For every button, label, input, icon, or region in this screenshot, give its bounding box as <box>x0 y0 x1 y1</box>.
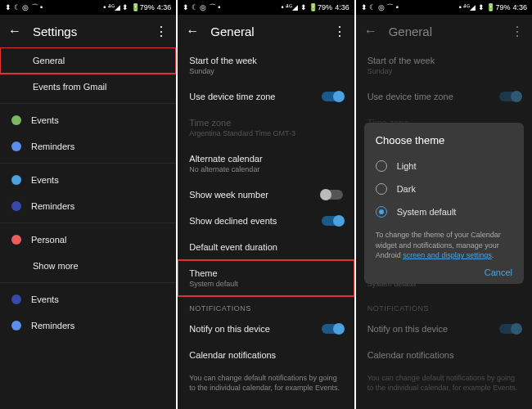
item-notify-device[interactable]: Notify on this device <box>178 316 354 342</box>
option-system-default[interactable]: System default <box>376 200 512 223</box>
divider <box>0 163 176 164</box>
settings-list: General Events from Gmail Events Reminde… <box>0 47 176 409</box>
status-bar: ⬍ ☾ ◎ ⌒ • • ⁴ᴳ◢ ⬍ 🔋79% 4:36 <box>178 0 354 15</box>
section-notifications: NOTIFICATIONS <box>356 296 532 316</box>
item-device-timezone: Use device time zone <box>356 83 532 110</box>
item-calendar-notifications: Calendar notifications <box>356 342 532 368</box>
status-left-icons: ⬍ ☾ ◎ ⌒ • <box>5 2 43 13</box>
label: Notify on this device <box>189 324 311 334</box>
label: Calendar notifications <box>367 350 521 360</box>
status-right-icons: • ⁴ᴳ◢ ⬍ 🔋79% <box>103 3 155 11</box>
note-text-b: . <box>492 251 494 259</box>
status-left-icons: ⬍ ☾ ◎ ⌒ • <box>183 2 220 13</box>
item-start-week[interactable]: Start of the week Sunday <box>178 47 354 83</box>
appbar-title: Settings <box>33 25 143 38</box>
label: Reminders <box>31 201 165 211</box>
toggle-week-number[interactable] <box>322 190 343 200</box>
toggle-notify-device[interactable] <box>322 324 343 334</box>
radio-icon <box>376 183 387 195</box>
item-gmail[interactable]: Events from Gmail <box>0 74 176 100</box>
appbar: ← General ⋮ <box>178 15 354 47</box>
item-events-account1[interactable]: Events <box>0 107 176 133</box>
panel-settings: ⬍ ☾ ◎ ⌒ • • ⁴ᴳ◢ ⬍ 🔋79% 4:36 ← Settings ⋮… <box>0 0 176 409</box>
dialog-title: Choose theme <box>376 134 512 146</box>
divider <box>0 222 176 223</box>
more-icon[interactable]: ⋮ <box>333 24 346 39</box>
panel-theme-dialog: ⬍ ☾ ◎ ⌒ • • ⁴ᴳ◢ ⬍ 🔋79% 4:36 ← General ⋮ … <box>356 0 532 409</box>
status-time: 4:36 <box>157 3 172 11</box>
toggle-notify-device <box>499 324 521 334</box>
status-right-icons: • ⁴ᴳ◢ ⬍ 🔋79% <box>281 3 332 11</box>
option-dark[interactable]: Dark <box>376 178 512 200</box>
label: Calendar notifications <box>189 350 342 360</box>
toggle-device-timezone <box>499 92 521 101</box>
status-time: 4:36 <box>335 3 349 11</box>
sublabel: Sunday <box>189 67 342 75</box>
appbar-title: General <box>210 25 321 38</box>
status-bar: ⬍ ☾ ◎ ⌒ • • ⁴ᴳ◢ ⬍ 🔋79% 4:36 <box>0 0 176 15</box>
notifications-footnote: You can change default notifications by … <box>178 368 354 398</box>
status-right: • ⁴ᴳ◢ ⬍ 🔋79% 4:36 <box>459 3 527 11</box>
theme-dialog: Choose theme Light Dark System default T… <box>364 123 524 284</box>
item-alternate-calendar[interactable]: Alternate calendar No alternate calendar <box>178 146 354 182</box>
item-reminders-account3[interactable]: Reminders <box>0 312 176 339</box>
option-light[interactable]: Light <box>376 155 512 178</box>
label: Reminders <box>31 142 165 151</box>
color-dot <box>11 142 21 151</box>
section-notifications: NOTIFICATIONS <box>178 296 354 316</box>
more-icon[interactable]: ⋮ <box>511 24 524 39</box>
item-personal[interactable]: Personal <box>0 227 176 253</box>
divider <box>0 282 176 283</box>
color-dot <box>11 321 21 330</box>
label: Use device time zone <box>367 92 489 101</box>
screen-display-link[interactable]: screen and display settings <box>403 251 492 259</box>
more-icon[interactable]: ⋮ <box>155 24 168 39</box>
label: Events <box>31 115 165 125</box>
item-general[interactable]: General <box>0 47 176 74</box>
item-reminders-account2[interactable]: Reminders <box>0 193 176 219</box>
label: Theme <box>189 268 342 278</box>
status-right: • ⁴ᴳ◢ ⬍ 🔋79% 4:36 <box>103 3 171 11</box>
label: Start of the week <box>367 56 521 65</box>
general-list: Start of the week Sunday Use device time… <box>178 47 354 409</box>
color-dot <box>11 294 21 304</box>
item-timezone: Time zone Argentina Standard Time GMT-3 <box>178 110 354 146</box>
item-week-number[interactable]: Show week number <box>178 182 354 208</box>
item-device-timezone[interactable]: Use device time zone <box>178 83 354 110</box>
label: Time zone <box>189 118 342 128</box>
item-calendar-notifications[interactable]: Calendar notifications <box>178 342 354 368</box>
color-dot <box>11 235 21 245</box>
label: Show week number <box>189 190 311 200</box>
item-notify-device: Notify on this device <box>356 316 532 342</box>
item-theme[interactable]: Theme System default <box>178 260 354 296</box>
appbar: ← General ⋮ <box>356 15 532 47</box>
back-icon[interactable]: ← <box>186 24 199 38</box>
item-events-account2[interactable]: Events <box>0 167 176 193</box>
item-show-more[interactable]: Show more <box>0 253 176 279</box>
cancel-button[interactable]: Cancel <box>485 267 512 277</box>
status-right-icons: • ⁴ᴳ◢ ⬍ 🔋79% <box>459 3 511 11</box>
item-reminders-account1[interactable]: Reminders <box>0 133 176 160</box>
color-dot <box>11 175 21 185</box>
label: Default event duration <box>189 242 342 252</box>
divider <box>0 103 176 104</box>
item-declined-events[interactable]: Show declined events <box>178 208 354 234</box>
color-dot <box>11 115 21 125</box>
label: Notify on this device <box>367 324 489 334</box>
status-bar: ⬍ ☾ ◎ ⌒ • • ⁴ᴳ◢ ⬍ 🔋79% 4:36 <box>356 0 532 15</box>
item-event-duration[interactable]: Default event duration <box>178 234 354 260</box>
item-events-account3[interactable]: Events <box>0 286 176 312</box>
status-left-icons: ⬍ ☾ ◎ ⌒ • <box>361 2 399 13</box>
notifications-footnote: You can change default notifications by … <box>356 368 532 398</box>
toggle-declined-events[interactable] <box>322 216 343 226</box>
item-start-week: Start of the week Sunday <box>356 47 532 83</box>
label: Use device time zone <box>189 92 311 101</box>
back-icon[interactable]: ← <box>8 24 21 38</box>
panel-general: ⬍ ☾ ◎ ⌒ • • ⁴ᴳ◢ ⬍ 🔋79% 4:36 ← General ⋮ … <box>178 0 354 409</box>
toggle-device-timezone[interactable] <box>322 92 343 101</box>
dialog-note: To change the theme of your Calendar wid… <box>376 230 512 261</box>
label: Start of the week <box>189 56 342 65</box>
label: Personal <box>31 235 165 245</box>
sublabel: Sunday <box>367 67 521 75</box>
back-icon[interactable]: ← <box>364 24 377 38</box>
